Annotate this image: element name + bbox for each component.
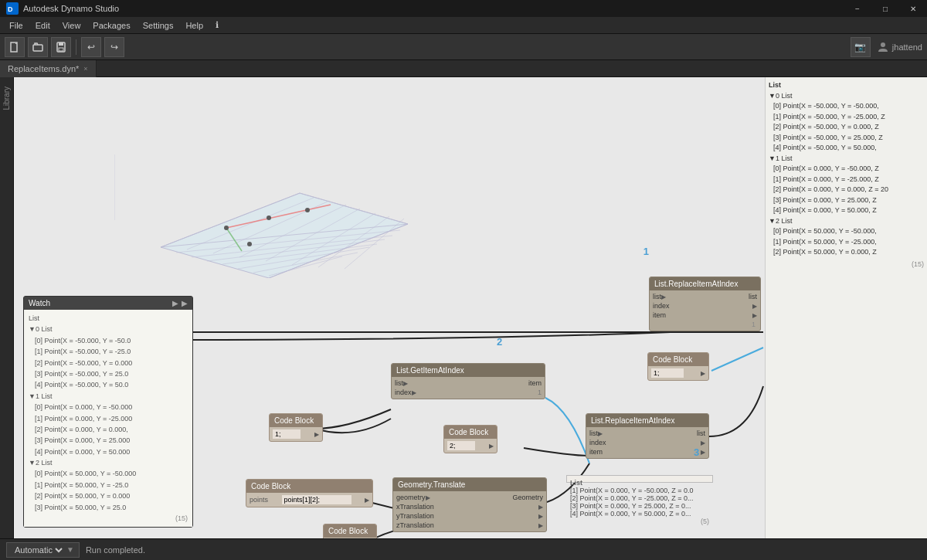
small-list-0: [1] Point(X = 0.000, Y = -50.000, Z = 0.… [570,487,709,494]
watch-1-4: [4] Point(X = 0.000, Y = 50.000 [29,446,188,457]
code-block-2-body: ▶ [444,439,497,453]
undo-button[interactable]: ↩ [81,37,101,57]
result-1-4: [4] Point(X = 0.000, Y = 50.000, Z [769,205,924,216]
geometry-translate-body: geometry ▶ Geometry xTranslation ▶ yTran… [393,491,546,531]
small-list-result: List [1] Point(X = 0.000, Y = -50.000, Z… [566,475,713,483]
result-0-1: [1] Point(X = -50.000, Y = -25.000, Z [769,112,924,123]
run-status: Run completed. [86,545,145,555]
open-button[interactable] [28,37,48,57]
run-mode-select[interactable]: Automatic Manual ▼ [6,542,80,558]
geo-port-z: zTranslation [396,521,434,529]
code-block-main-row: ▶ [651,368,705,378]
code-block-2-port: ▶ [489,443,494,450]
svg-rect-5 [59,42,63,46]
menu-edit[interactable]: Edit [29,19,56,32]
watch-1-3: [3] Point(X = 0.000, Y = 25.000 [29,435,188,446]
result-1-3: [3] Point(X = 0.000, Y = 25.000, Z [769,195,924,206]
geo-port-y: yTranslation [396,512,434,520]
lr1-port-out: list [697,429,705,437]
run-mode-arrow: ▼ [66,545,74,554]
list-get-arrow-list: ▶ [403,380,408,387]
geo-port-geometry: geometry [396,494,426,501]
code-block-main-input[interactable] [651,368,684,378]
lr1-row-item: item ▶ [589,447,705,456]
list-get-item-header: List.GetItemAtIndex [392,364,545,377]
small-list-count: (5) [570,518,709,525]
menu-help[interactable]: Help [179,19,209,32]
run-mode-dropdown[interactable]: Automatic Manual [12,545,65,555]
result-2-0: [0] Point(X = 50.000, Y = -50.000, [769,226,924,237]
lr2-port-item: item [653,311,666,319]
list-get-port-index: index [395,389,412,396]
menu-info[interactable]: ℹ [209,19,225,32]
tab-replaceitems[interactable]: ReplaceItems.dyn* × [0,60,97,77]
svg-point-33 [247,242,252,246]
watch-in-arrow: ▶ [172,299,178,307]
maximize-button[interactable]: □ [871,0,899,17]
geo-arrow-x: ▶ [538,504,543,511]
tab-close-button[interactable]: × [83,65,87,73]
svg-point-30 [224,226,229,230]
watch-2-0: [0] Point(X = 50.000, Y = -50.000 [29,468,188,479]
lr2-arrow-item: ▶ [752,312,757,319]
list-get-arrow-index: ▶ [412,389,416,396]
result-0-0: [0] Point(X = -50.000, Y = -50.000, [769,101,924,112]
close-button[interactable]: ✕ [899,0,927,17]
lr2-port-list: list [653,293,661,300]
lr2-row-list: list ▶ list [653,292,757,301]
canvas[interactable]: ⊞ ✕ + − + [14,77,927,538]
code-block-2-node: Code Block ▶ [443,425,497,453]
geometry-translate-title: Geometry.Translate [398,480,465,489]
watch-1-0: [0] Point(X = 0.000, Y = -50.000 [29,402,188,412]
small-list-label: List [570,479,709,487]
code-block-1-input[interactable] [273,429,301,439]
watch-node: Watch ▶ ▶ List ▼0 List [0] Point(X = -50… [23,296,193,528]
list-get-port-list: list [395,379,403,387]
save-button[interactable] [51,37,71,57]
minimize-button[interactable]: − [844,0,871,17]
geo-arrow-geometry: ▶ [426,494,430,501]
watch-list-label: List [29,313,188,324]
sidebar: Library [0,77,14,538]
code-block-main-node: Code Block ▶ [647,352,709,381]
code-block-main-title: Code Block [653,355,692,364]
lr2-row-item: item ▶ [653,311,757,320]
code-block-2-header: Code Block [444,426,497,439]
lr1-arrow-index: ▶ [701,440,705,446]
svg-point-32 [305,208,310,212]
watch-item-1: ▼1 List [29,391,188,402]
result-count: (15) [769,260,924,270]
list-replace-1-header: List.ReplaceItemAtIndex [586,414,708,427]
code-block-1-port: ▶ [314,431,319,438]
svg-text:D: D [8,5,13,13]
toolbar-separator [76,39,76,55]
watch-out-arrow: ▶ [182,299,188,307]
lr2-port-index: index [653,302,670,310]
code-block-2-row: ▶ [447,440,494,451]
geometry-translate-node: Geometry.Translate geometry ▶ Geometry x… [392,477,547,532]
code-block-points-input[interactable] [282,495,351,504]
menu-settings[interactable]: Settings [137,19,180,32]
menu-packages[interactable]: Packages [87,19,136,32]
callout-2: 2 [497,336,502,348]
code-block-1-title: Code Block [274,416,314,425]
result-2-1: [1] Point(X = 50.000, Y = -25.000, [769,237,924,248]
lr2-arrow-index: ▶ [752,303,757,310]
code-block-points-row: points ▶ [250,494,369,505]
geo-row-geometry: geometry ▶ Geometry [396,493,543,502]
svg-rect-3 [33,45,42,51]
camera-button[interactable]: 📷 [851,37,871,57]
menu-view[interactable]: View [56,19,87,32]
menu-file[interactable]: File [3,19,29,32]
library-label[interactable]: Library [2,87,11,110]
list-replace-1-node: List.ReplaceItemAtIndex list ▶ list inde… [586,413,709,459]
redo-button[interactable]: ↪ [104,37,124,57]
lr2-port-out: list [749,293,757,300]
new-button[interactable] [5,37,25,57]
code-block-2-input[interactable] [447,441,475,450]
watch-0-2: [2] Point(X = -50.000, Y = 0.000 [29,358,188,368]
watch-1-2: [2] Point(X = 0.000, Y = 0.000, [29,424,188,435]
watch-item-0: ▼0 List [29,324,188,334]
code-block-main-body: ▶ [648,366,708,380]
code-block-20-header: Code Block [324,524,376,538]
